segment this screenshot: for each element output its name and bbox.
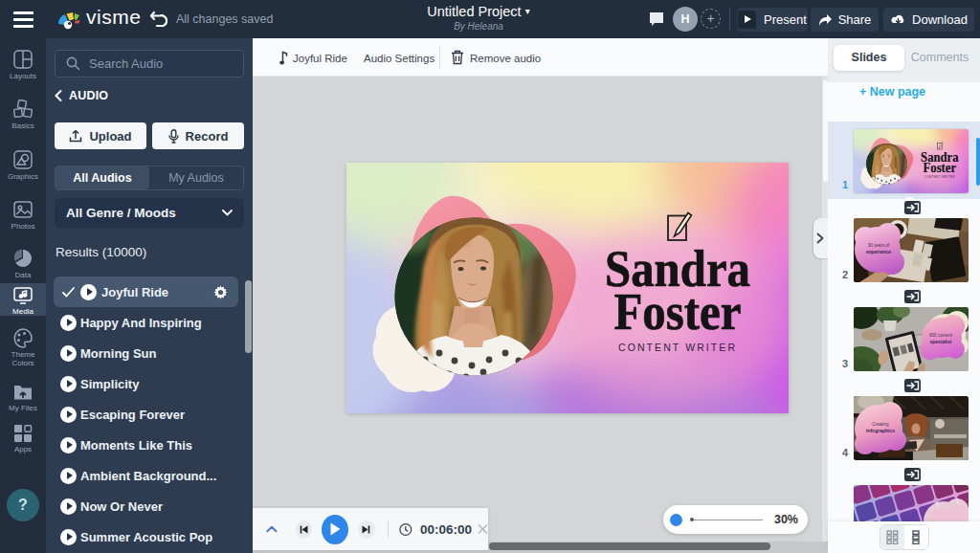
svg-text:Foster: Foster <box>614 283 742 341</box>
svg-text:30 years of: 30 years of <box>868 243 890 248</box>
svg-text:specialist: specialist <box>930 339 952 344</box>
svg-text:600 content: 600 content <box>929 333 953 338</box>
svg-text:Creating: Creating <box>872 422 889 427</box>
svg-text:infographics: infographics <box>866 428 895 433</box>
svg-text:experience: experience <box>866 249 891 254</box>
